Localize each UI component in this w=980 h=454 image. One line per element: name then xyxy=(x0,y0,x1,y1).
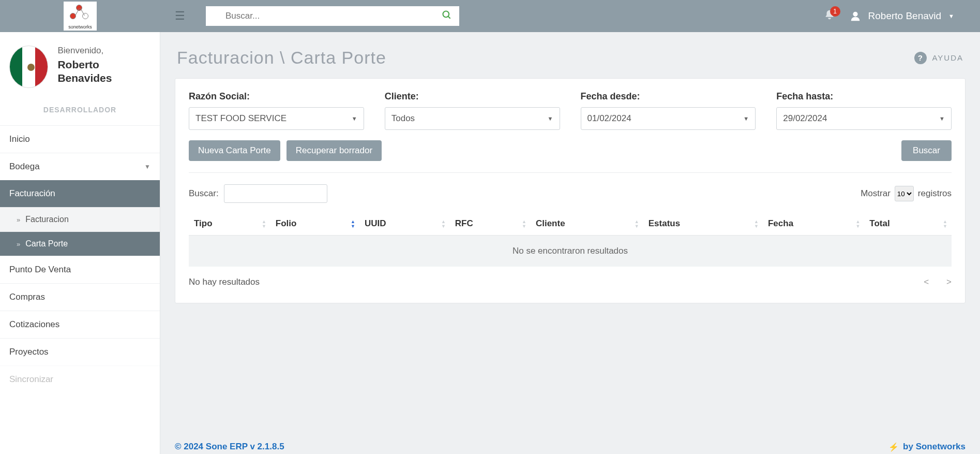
chevron-down-icon: ▼ xyxy=(548,115,553,122)
notifications-badge: 1 xyxy=(830,6,840,17)
nav-sincronizar[interactable]: Sincronizar xyxy=(0,365,160,393)
select-value: TEST FOOD SERVICE xyxy=(195,113,287,124)
sort-icon: ▲▼ xyxy=(943,219,947,228)
page-header: Facturacion \ Carta Porte ? AYUDA xyxy=(175,45,966,69)
nav-proyectos[interactable]: Proyectos xyxy=(0,338,160,365)
filter-card: Razón Social: TEST FOOD SERVICE ▼ Client… xyxy=(175,78,966,303)
cliente-select[interactable]: Todos ▼ xyxy=(385,107,560,130)
subnav-carta-porte-item[interactable]: » Carta Porte xyxy=(0,231,160,256)
recuperar-borrador-button[interactable]: Recuperar borrador xyxy=(287,140,382,161)
help-label: AYUDA xyxy=(932,53,963,62)
nav-label: Bodega xyxy=(9,162,40,172)
footer-version[interactable]: © 2024 Sone ERP v 2.1.8.5 xyxy=(175,442,284,452)
logo-container: sonetworks xyxy=(0,0,160,32)
user-menu[interactable]: Roberto Benavid ▼ xyxy=(850,10,970,22)
subnav-facturacion-item[interactable]: » Facturacion xyxy=(0,207,160,231)
user-role: DESARROLLADOR xyxy=(0,97,160,125)
nav-punto-de-venta[interactable]: Punto De Venta xyxy=(0,256,160,283)
th-folio[interactable]: Folio▲▼ xyxy=(270,212,359,236)
topbar-right: 1 Roberto Benavid ▼ xyxy=(824,9,970,23)
filter-label: Fecha hasta: xyxy=(776,91,952,102)
th-uuid[interactable]: UUID▲▼ xyxy=(359,212,450,236)
help-link[interactable]: ? AYUDA xyxy=(914,52,963,64)
th-label: Tipo xyxy=(194,218,213,228)
filter-label: Cliente: xyxy=(385,91,560,102)
pager-prev[interactable]: < xyxy=(924,277,929,287)
th-total[interactable]: Total▲▼ xyxy=(864,212,952,236)
th-tipo[interactable]: Tipo▲▼ xyxy=(189,212,270,236)
chevron-down-icon: ▼ xyxy=(948,13,954,19)
nav-facturacion[interactable]: Facturación xyxy=(0,180,160,207)
profile-block: Bienvenido, Roberto Benavides xyxy=(0,32,160,97)
footer-credit[interactable]: ⚡ by Sonetworks xyxy=(888,442,966,452)
nueva-carta-porte-button[interactable]: Nueva Carta Porte xyxy=(189,140,280,161)
profile-username: Roberto Benavides xyxy=(57,58,148,85)
nav-label: Cotizaciones xyxy=(9,319,59,330)
nav-inicio[interactable]: Inicio xyxy=(0,125,160,153)
filter-fecha-hasta: Fecha hasta: 29/02/2024 ▼ xyxy=(776,91,952,130)
th-rfc[interactable]: RFC▲▼ xyxy=(450,212,531,236)
th-label: Fecha xyxy=(768,218,793,228)
th-estatus[interactable]: Estatus▲▼ xyxy=(643,212,763,236)
chevron-right-icon: » xyxy=(17,240,20,248)
th-label: Estatus xyxy=(649,218,680,228)
sort-icon: ▲▼ xyxy=(262,219,266,228)
topbar: sonetworks ☰ 1 Roberto Benavid ▼ xyxy=(0,0,980,32)
show-prefix: Mostrar xyxy=(861,188,891,199)
filter-razon-social: Razón Social: TEST FOOD SERVICE ▼ xyxy=(189,91,364,130)
date-value: 01/02/2024 xyxy=(587,113,631,124)
chevron-down-icon: ▼ xyxy=(144,163,150,170)
fecha-hasta-input[interactable]: 29/02/2024 ▼ xyxy=(776,107,952,130)
nav-label: Sincronizar xyxy=(9,374,53,385)
nav-compras[interactable]: Compras xyxy=(0,283,160,311)
fecha-desde-input[interactable]: 01/02/2024 ▼ xyxy=(581,107,756,130)
buscar-button[interactable]: Buscar xyxy=(901,140,952,161)
nav: Inicio Bodega ▼ Facturación xyxy=(0,125,160,207)
empty-row: No se encontraron resultados xyxy=(189,236,952,267)
subnav-label: Facturacion xyxy=(25,215,69,224)
subnav-facturacion: » Facturacion » Carta Porte xyxy=(0,207,160,256)
filter-label: Fecha desde: xyxy=(581,91,756,102)
notifications-button[interactable]: 1 xyxy=(824,9,835,23)
chevron-down-icon: ▼ xyxy=(743,115,749,122)
th-fecha[interactable]: Fecha▲▼ xyxy=(763,212,864,236)
page-size-select[interactable]: 10 xyxy=(895,186,914,201)
th-label: Folio xyxy=(276,218,297,228)
nav-label: Punto De Venta xyxy=(9,265,71,275)
svg-point-0 xyxy=(443,11,449,17)
pager-next[interactable]: > xyxy=(946,277,952,287)
sort-icon: ▲▼ xyxy=(522,219,526,228)
nav-label: Facturación xyxy=(9,188,55,199)
filter-fecha-desde: Fecha desde: 01/02/2024 ▼ xyxy=(581,91,756,130)
th-cliente[interactable]: Cliente▲▼ xyxy=(531,212,643,236)
nav-bodega[interactable]: Bodega ▼ xyxy=(0,153,160,180)
nav-cotizaciones[interactable]: Cotizaciones xyxy=(0,311,160,338)
logo-text: sonetworks xyxy=(68,24,92,30)
chevron-right-icon: » xyxy=(17,216,20,224)
global-search[interactable] xyxy=(206,6,459,26)
filter-cliente: Cliente: Todos ▼ xyxy=(385,91,560,130)
table-search-label: Buscar: xyxy=(189,188,219,199)
menu-toggle-icon[interactable]: ☰ xyxy=(160,9,206,23)
sidebar: Bienvenido, Roberto Benavides DESARROLLA… xyxy=(0,32,160,454)
razon-social-select[interactable]: TEST FOOD SERVICE ▼ xyxy=(189,107,364,130)
page-title: Facturacion \ Carta Porte xyxy=(177,48,386,68)
date-value: 29/02/2024 xyxy=(783,113,827,124)
chevron-down-icon: ▼ xyxy=(352,115,357,122)
svg-point-2 xyxy=(853,12,857,17)
table-footer: No hay resultados < > xyxy=(189,267,952,287)
sort-icon: ▲▼ xyxy=(351,219,355,228)
user-display-name: Roberto Benavid xyxy=(868,10,942,22)
logo[interactable]: sonetworks xyxy=(64,2,97,31)
search-input[interactable] xyxy=(213,11,442,21)
nav-label: Compras xyxy=(9,292,45,302)
main-content: Facturacion \ Carta Porte ? AYUDA Razón … xyxy=(160,32,980,454)
welcome-text: Bienvenido, xyxy=(57,46,148,56)
filters-row: Razón Social: TEST FOOD SERVICE ▼ Client… xyxy=(189,91,952,130)
th-label: RFC xyxy=(455,218,473,228)
sort-icon: ▲▼ xyxy=(441,219,446,228)
select-value: Todos xyxy=(391,113,415,124)
table-search-input[interactable] xyxy=(224,184,327,203)
search-icon[interactable] xyxy=(442,10,452,23)
chevron-down-icon: ▼ xyxy=(939,115,945,122)
